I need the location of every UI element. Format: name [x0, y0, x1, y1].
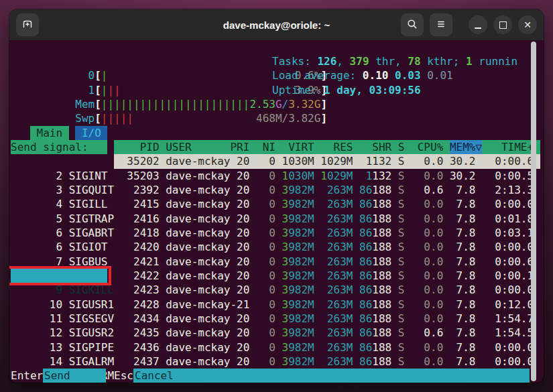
process-row[interactable]: 2420 dave-mckay 20 0 3982M 263M 86188 S … [114, 240, 540, 254]
column-header-virt[interactable]: VIRT [282, 140, 314, 154]
signal-menu-item[interactable]: 10SIGUSR1 [11, 283, 107, 297]
cell-ni: 0 [256, 255, 275, 269]
cell-mem: 7.8 [450, 312, 476, 326]
enter-key-label: Enter [9, 369, 43, 383]
column-header-cpu[interactable]: CPU% [411, 140, 443, 154]
process-row[interactable]: 2436 dave-mckay 20 0 3982M 263M 86188 S … [114, 340, 540, 354]
search-button[interactable] [401, 13, 424, 36]
process-row[interactable]: 2428 dave-mckay -21 0 3982M 263M 86188 S… [114, 298, 540, 312]
cell-pri: 20 [230, 269, 249, 283]
send-signal-header: Send signal: [11, 140, 107, 154]
send-button[interactable]: Send [43, 369, 106, 383]
column-header-ni[interactable]: NI [256, 140, 275, 154]
cell-user: dave-mckay [166, 169, 230, 183]
cell-pri: 20 [230, 154, 249, 168]
minimize-button[interactable] [469, 15, 487, 34]
cell-cpu: 0.0 [411, 212, 443, 226]
cell-mem: 7.8 [450, 326, 476, 340]
signal-menu-item[interactable]: 5SIGTRAP [11, 197, 107, 211]
process-row[interactable]: 2434 dave-mckay 20 0 3982M 263M 86188 S … [114, 312, 540, 326]
cell-user: dave-mckay [166, 255, 230, 269]
signal-menu-item[interactable]: 14SIGALRM [11, 340, 107, 354]
cell-res: 263M [320, 212, 353, 226]
cell-time: 0:00.5 [482, 169, 534, 183]
maximize-button[interactable] [493, 15, 512, 34]
cell-time: 0:00.0 [482, 197, 534, 211]
list-line: 13SIGPIPE 2435 dave-mckay 20 0 3982M 263… [11, 326, 544, 340]
process-row[interactable]: 35203 dave-mckay 20 0 1030M 1029M 1132 S… [114, 169, 540, 183]
cell-time: 2:13.3 [482, 183, 534, 197]
cell-virt: 3982M [282, 226, 314, 240]
cell-shr: 86188 [359, 212, 391, 226]
cell-shr: 86188 [359, 354, 391, 369]
cell-pri: 20 [230, 283, 249, 297]
cell-pid: 2392 [114, 183, 159, 197]
cancel-button[interactable]: Cancel [133, 369, 530, 383]
cell-mem: 7.8 [450, 226, 476, 240]
process-row[interactable]: 2437 dave-mckay 20 0 3982M 263M 86188 S … [114, 354, 540, 369]
signal-menu-item[interactable]: 9SIGKILL [11, 269, 107, 283]
cell-time: 0:00.6 [482, 154, 534, 168]
cell-ni: 0 [256, 240, 275, 254]
cell-res: 263M [320, 197, 353, 211]
tab-main[interactable]: Main [30, 126, 69, 140]
cell-state: S [398, 226, 405, 240]
cell-time: 0:03.1 [482, 226, 534, 240]
cell-state: S [398, 354, 405, 369]
process-row[interactable]: 2421 dave-mckay 20 0 3982M 263M 86188 S … [114, 255, 540, 269]
signal-menu-item[interactable]: 6SIGIOT [11, 226, 107, 240]
cell-pid: 2434 [114, 312, 159, 326]
cell-pri: 20 [230, 340, 249, 354]
process-row[interactable]: 2415 dave-mckay 20 0 3982M 263M 86188 S … [114, 197, 540, 211]
process-row[interactable]: 2423 dave-mckay 20 0 3982M 263M 86188 S … [114, 283, 540, 297]
close-button[interactable]: ✕ [518, 15, 537, 34]
column-header-time[interactable]: TIME+ [482, 140, 534, 154]
signal-menu-item[interactable]: 3SIGQUIT [11, 169, 107, 183]
cell-user: dave-mckay [166, 340, 230, 354]
cell-ni: 0 [256, 354, 275, 369]
cell-ni: 0 [256, 197, 275, 211]
column-header-shr[interactable]: SHR [359, 140, 391, 154]
blank-line [11, 111, 544, 125]
process-row[interactable]: 2416 dave-mckay 20 0 3982M 263M 86188 S … [114, 212, 540, 226]
signal-menu-item[interactable]: 15SIGTERM [11, 354, 107, 369]
new-tab-button[interactable] [16, 13, 39, 36]
signal-menu-item[interactable]: 7SIGBUS [11, 240, 107, 254]
signal-menu-item[interactable]: 6SIGABRT [11, 212, 107, 226]
column-header-pri[interactable]: PRI [230, 140, 249, 154]
column-header-state[interactable]: S [398, 140, 405, 154]
cell-cpu: 0.0 [411, 269, 443, 283]
column-header-user[interactable]: USER [166, 140, 230, 154]
cell-res: 263M [320, 326, 353, 340]
scrollbar[interactable] [531, 42, 536, 381]
cell-ni: 0 [256, 283, 275, 297]
signal-menu-item[interactable]: 11SIGSEGV [11, 298, 107, 312]
signal-menu-item[interactable]: 8SIGFPE [11, 255, 107, 269]
signal-menu-item[interactable]: 4SIGILL [11, 183, 107, 197]
cell-virt: 3982M [282, 312, 314, 326]
process-row[interactable]: 2422 dave-mckay 20 0 3982M 263M 86188 S … [114, 269, 540, 283]
cell-pid: 35202 [114, 154, 159, 168]
cell-time: 1:54.7 [482, 312, 534, 326]
cell-mem: 30.2 [450, 169, 476, 183]
column-header-res[interactable]: RES [320, 140, 353, 154]
signal-menu-item[interactable]: 12SIGUSR2 [11, 312, 107, 326]
tab-io[interactable]: I/O [75, 126, 107, 140]
uptime-value: 1 day, 03:09:56 [324, 84, 421, 96]
signal-menu-item[interactable]: 13SIGPIPE [11, 326, 107, 340]
cell-mem: 7.8 [450, 269, 476, 283]
process-row[interactable]: 2435 dave-mckay 20 0 3982M 263M 86188 S … [114, 326, 540, 340]
menu-button[interactable] [430, 13, 452, 36]
cell-pri: 20 [230, 212, 249, 226]
kthreads-count: 78 [408, 55, 420, 68]
cell-time: 0:00.1 [482, 269, 534, 283]
column-header-pid[interactable]: PID [114, 140, 159, 154]
signal-menu-item[interactable]: 2SIGINT [11, 154, 107, 168]
process-row[interactable]: 2392 dave-mckay 20 0 3982M 263M 86188 S … [114, 183, 540, 197]
process-row[interactable]: 35202 dave-mckay 20 0 1030M 1029M 1132 S… [114, 154, 540, 168]
process-row[interactable]: 2418 dave-mckay 20 0 3982M 263M 86188 S … [114, 226, 540, 240]
cell-shr: 86188 [359, 283, 391, 297]
cell-res: 263M [320, 283, 353, 297]
load-1min: 0.10 [363, 69, 389, 82]
column-header-mem[interactable]: MEM% [450, 140, 476, 154]
